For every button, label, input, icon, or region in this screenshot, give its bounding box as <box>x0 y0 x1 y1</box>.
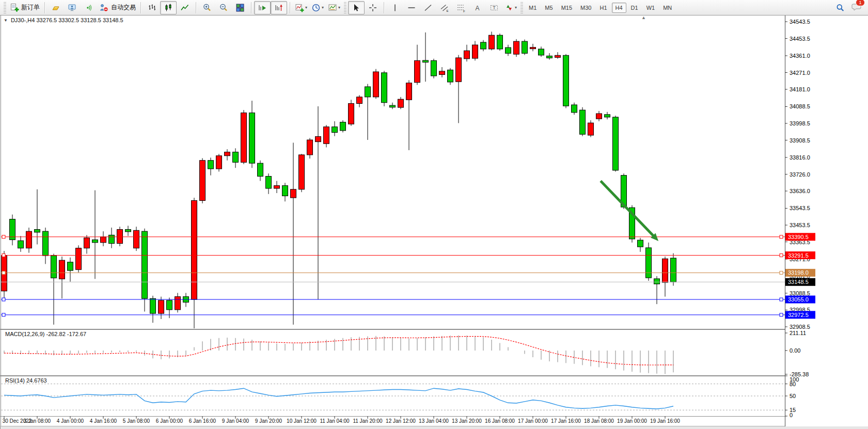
candle[interactable] <box>291 189 296 198</box>
candle[interactable] <box>349 104 354 124</box>
candle[interactable] <box>340 122 346 131</box>
line-handle[interactable] <box>780 254 783 257</box>
chart-menu-icon[interactable]: ▼ <box>4 18 8 23</box>
periods-button[interactable]: ▾ <box>309 1 326 14</box>
data-window-button[interactable] <box>64 1 81 14</box>
line-handle[interactable] <box>780 235 783 239</box>
candle[interactable] <box>159 300 164 313</box>
candle[interactable] <box>150 298 156 313</box>
candle[interactable] <box>266 176 272 188</box>
trendline-button[interactable] <box>420 1 436 14</box>
candle[interactable] <box>249 113 255 164</box>
zoom-in-button[interactable] <box>199 1 215 14</box>
candle[interactable] <box>390 105 396 107</box>
candle[interactable] <box>373 72 379 97</box>
timeframe-H1[interactable]: H1 <box>596 3 610 13</box>
price-axis[interactable]: 34543.534453.534361.034271.034181.034088… <box>785 15 868 426</box>
signals-button[interactable] <box>81 1 97 14</box>
candle[interactable] <box>555 55 561 57</box>
candle[interactable] <box>241 113 247 163</box>
candle[interactable] <box>439 71 445 75</box>
horizontal-line-button[interactable] <box>403 1 420 14</box>
candle[interactable] <box>258 163 263 176</box>
candle[interactable] <box>274 186 280 188</box>
candle[interactable] <box>448 70 453 82</box>
templates-button[interactable]: ▾ <box>326 1 342 14</box>
line-chart-button[interactable] <box>177 1 193 14</box>
candle[interactable] <box>233 152 239 162</box>
candle[interactable] <box>613 117 619 170</box>
candle[interactable] <box>671 258 676 282</box>
candle[interactable] <box>51 256 57 278</box>
auto-scroll-button[interactable] <box>254 1 271 14</box>
toolbar-grip[interactable] <box>344 2 346 13</box>
timeframe-MN[interactable]: MN <box>659 3 675 13</box>
candle[interactable] <box>563 55 569 106</box>
candle[interactable] <box>522 41 528 53</box>
candle[interactable] <box>315 136 321 141</box>
candle[interactable] <box>175 297 181 310</box>
candle[interactable] <box>456 58 462 82</box>
candle[interactable] <box>43 231 49 256</box>
candle[interactable] <box>208 161 214 169</box>
candle[interactable] <box>497 35 503 49</box>
tile-windows-button[interactable] <box>232 1 248 14</box>
zoom-out-button[interactable] <box>215 1 232 14</box>
equidistant-channel-button[interactable]: E <box>436 1 453 14</box>
text-label-button[interactable]: T <box>486 1 502 14</box>
auto-trading-button[interactable]: 自动交易 <box>97 1 138 14</box>
candle[interactable] <box>167 300 172 310</box>
candle[interactable] <box>472 45 478 58</box>
search-button[interactable] <box>832 1 848 14</box>
line-handle[interactable] <box>2 235 5 239</box>
candle[interactable] <box>539 49 544 55</box>
candle[interactable] <box>580 110 586 134</box>
candle[interactable] <box>489 35 495 49</box>
candle[interactable] <box>216 156 222 169</box>
candle[interactable] <box>406 83 412 100</box>
indicators-button[interactable]: ▾ <box>293 1 309 14</box>
bar-chart-button[interactable] <box>144 1 160 14</box>
candle[interactable] <box>514 41 519 54</box>
line-handle[interactable] <box>780 298 783 301</box>
candle[interactable] <box>18 241 24 248</box>
candle[interactable] <box>662 259 668 282</box>
line-handle[interactable] <box>2 313 5 316</box>
candle[interactable] <box>638 240 643 247</box>
toolbar-grip[interactable] <box>520 2 523 13</box>
candle[interactable] <box>101 237 106 243</box>
arrows-button[interactable]: ▾ <box>502 1 519 14</box>
candle[interactable] <box>357 97 362 104</box>
candle[interactable] <box>530 47 536 49</box>
cursor-button[interactable] <box>348 1 365 14</box>
candle[interactable] <box>142 231 148 298</box>
line-handle[interactable] <box>780 271 783 274</box>
timeframe-M5[interactable]: M5 <box>541 3 556 13</box>
candle[interactable] <box>59 260 65 279</box>
candle[interactable] <box>225 152 230 155</box>
candle[interactable] <box>423 60 429 62</box>
candle[interactable] <box>506 47 511 53</box>
chart-canvas[interactable]: 34543.534453.534361.034271.034181.034088… <box>0 0 868 429</box>
market-watch-button[interactable] <box>48 1 64 14</box>
candle[interactable] <box>307 140 313 155</box>
candle[interactable] <box>134 230 139 248</box>
line-handle[interactable] <box>2 271 5 274</box>
chart-shift-button[interactable] <box>271 1 287 14</box>
candle[interactable] <box>646 248 652 278</box>
candle[interactable] <box>572 105 577 113</box>
crosshair-button[interactable] <box>365 1 381 14</box>
candle[interactable] <box>431 60 437 76</box>
text-button[interactable]: A <box>469 1 486 14</box>
candle[interactable] <box>547 56 553 58</box>
fibonacci-button[interactable]: F <box>453 1 469 14</box>
candle[interactable] <box>588 123 594 135</box>
candle[interactable] <box>117 229 123 243</box>
timeframe-D1[interactable]: D1 <box>627 3 642 13</box>
candle[interactable] <box>415 60 420 82</box>
timeframe-M15[interactable]: M15 <box>558 3 576 13</box>
notifications-button[interactable]: 1 <box>851 2 862 13</box>
candle[interactable] <box>365 87 371 97</box>
vertical-line-button[interactable] <box>387 1 403 14</box>
candle[interactable] <box>282 186 288 196</box>
